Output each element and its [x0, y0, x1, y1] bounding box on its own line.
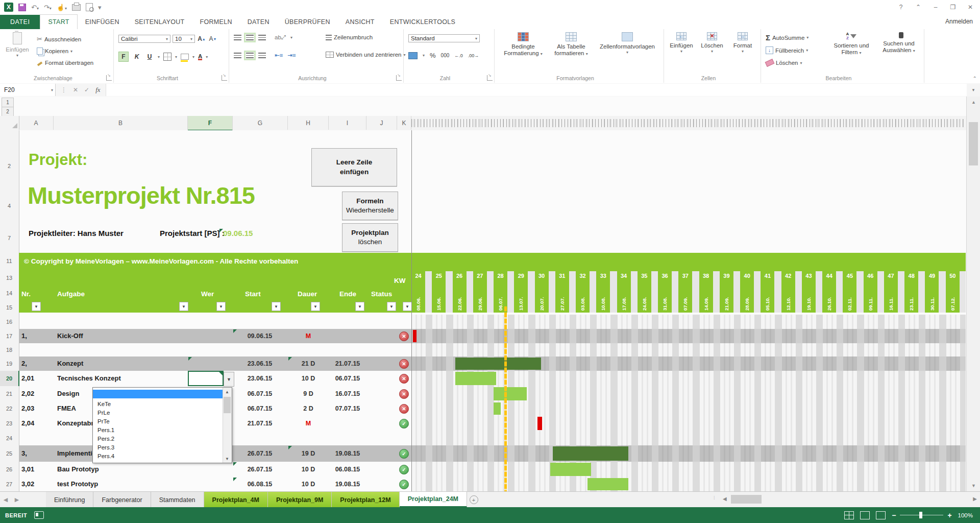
fill-button[interactable]: ↓Füllbereich▾: [766, 46, 808, 54]
borders-icon[interactable]: [163, 53, 172, 61]
filter-button-I[interactable]: ▼: [355, 302, 364, 311]
grow-font-icon[interactable]: A▲: [197, 34, 206, 43]
filter-button-F[interactable]: ▼: [216, 302, 226, 311]
tab-daten[interactable]: DATEN: [240, 15, 277, 29]
dropdown-item-selected-blank[interactable]: [93, 390, 223, 398]
zoom-out-icon[interactable]: −: [892, 511, 896, 519]
format-cells-button[interactable]: ↔ Format▾: [728, 32, 757, 54]
gantt-bar-row-23-milestone[interactable]: [537, 417, 542, 430]
align-middle-icon[interactable]: [246, 35, 254, 40]
row-header-13[interactable]: 13: [0, 269, 18, 286]
restore-formulas-button[interactable]: FormelnWiederherstelle: [342, 192, 398, 220]
row-header-19[interactable]: 19: [0, 356, 18, 371]
scroll-left-icon[interactable]: ◀: [723, 496, 727, 502]
merge-center-button[interactable]: Verbinden und zentrieren▾: [326, 52, 406, 58]
autosum-button[interactable]: ΣAutoSumme▾: [766, 33, 808, 42]
gantt-bar-row-20-light[interactable]: [455, 372, 496, 385]
underline-button[interactable]: U: [145, 52, 154, 61]
scroll-up-icon[interactable]: ▲: [967, 100, 980, 105]
filter-button-K[interactable]: ▼: [403, 302, 412, 311]
zoom-in-icon[interactable]: +: [947, 511, 951, 519]
align-bottom-icon[interactable]: [258, 35, 266, 40]
tab-formeln[interactable]: FORMELN: [192, 15, 240, 29]
clear-button[interactable]: Löschen▾: [766, 60, 802, 66]
vertical-scroll-thumb[interactable]: [969, 122, 978, 165]
undo-icon[interactable]: ↶▾: [31, 4, 39, 11]
column-header-F[interactable]: F: [188, 116, 233, 131]
row-header-22[interactable]: 22: [0, 401, 18, 416]
outline-level-1-button[interactable]: 1: [2, 98, 14, 107]
gantt-bar-row-22-light[interactable]: [494, 402, 501, 415]
paste-button[interactable]: Einfügen▾: [3, 32, 32, 58]
page-layout-view-icon[interactable]: [860, 511, 870, 519]
dropdown-scroll-thumb[interactable]: [224, 397, 231, 413]
formula-input[interactable]: [106, 84, 967, 96]
column-header-A[interactable]: A: [19, 116, 54, 130]
column-header-J[interactable]: J: [366, 116, 397, 130]
selected-cell-F20[interactable]: [188, 371, 224, 386]
cut-button[interactable]: ✂Ausschneiden: [37, 35, 81, 43]
row-header-14[interactable]: 14: [0, 286, 18, 300]
align-right-icon[interactable]: [258, 53, 266, 58]
page-break-view-icon[interactable]: [876, 511, 886, 519]
insert-blank-row-button[interactable]: Leere Zeileeinfügen: [311, 148, 397, 186]
tab-split-handle[interactable]: ⁞: [714, 495, 716, 501]
tab-einfügen[interactable]: EINFÜGEN: [78, 15, 127, 29]
row-header-11[interactable]: 11: [0, 252, 18, 269]
print-preview-icon[interactable]: [86, 3, 93, 11]
insert-function-icon[interactable]: fx: [95, 86, 100, 94]
horizontal-scroll-thumb[interactable]: [731, 495, 762, 504]
ribbon-display-icon[interactable]: ⌃: [911, 1, 926, 13]
scroll-down-icon[interactable]: ▼: [223, 455, 231, 463]
accounting-icon[interactable]: [408, 52, 418, 59]
copy-button[interactable]: Kopieren ▾: [37, 47, 72, 55]
gantt-bar-row-21-light[interactable]: [494, 387, 527, 400]
dropdown-item-Pers.1[interactable]: Pers.1: [93, 425, 223, 434]
row-header-27[interactable]: 27: [0, 477, 18, 491]
outline-level-2-button[interactable]: 2: [2, 107, 14, 116]
collapse-ribbon-icon[interactable]: ⌃: [973, 76, 977, 81]
sheet-nav-left-icon[interactable]: ◀: [0, 492, 11, 508]
dropdown-item-Pers.3[interactable]: Pers.3: [93, 443, 223, 451]
find-select-button[interactable]: Suchen undAuswählen ▾: [877, 32, 921, 54]
font-color-icon[interactable]: A: [198, 53, 202, 60]
zoom-slider-thumb[interactable]: [919, 512, 922, 518]
sheet-tab-Projektplan_24M[interactable]: Projektplan_24M: [400, 492, 467, 508]
touch-mode-icon[interactable]: ☝▾: [57, 4, 67, 11]
gantt-bar-row-25-dark[interactable]: [553, 446, 628, 461]
sort-filter-button[interactable]: AZ Sortieren undFiltern ▾: [827, 32, 876, 56]
sheet-tab-Einführung[interactable]: Einführung: [46, 492, 93, 508]
column-header-G[interactable]: G: [233, 116, 288, 130]
normal-view-icon[interactable]: [844, 511, 854, 519]
scroll-right-icon[interactable]: ▶: [973, 496, 977, 502]
sheet-tab-Stammdaten[interactable]: Stammdaten: [151, 492, 204, 508]
align-left-icon[interactable]: [234, 53, 241, 58]
dropdown-item-Pers.4[interactable]: Pers.4: [93, 451, 223, 460]
column-header-I[interactable]: I: [329, 116, 366, 130]
gantt-bar-row-17-milestone[interactable]: [413, 330, 416, 342]
alignment-dialog-launcher-icon[interactable]: [396, 75, 402, 81]
row-header-2[interactable]: 2: [0, 146, 18, 186]
qat-customize-icon[interactable]: ▾: [98, 4, 102, 11]
sheet-tab-Farbgenerator[interactable]: Farbgenerator: [93, 492, 151, 508]
align-top-icon[interactable]: [234, 35, 241, 40]
increase-indent-icon[interactable]: ⇥≡: [287, 52, 296, 59]
close-icon[interactable]: ✕: [963, 1, 978, 13]
name-box[interactable]: F20▾: [0, 84, 56, 96]
tab-datei[interactable]: DATEI: [0, 15, 40, 29]
font-size-select[interactable]: 10▾: [173, 35, 195, 43]
zoom-slider[interactable]: [900, 515, 943, 515]
dropdown-item-PrTe[interactable]: PrTe: [93, 417, 223, 425]
wrap-text-button[interactable]: Zeilenumbruch: [326, 34, 373, 40]
gantt-bar-row-27-light[interactable]: [587, 478, 628, 490]
excel-logo-icon[interactable]: X: [4, 3, 13, 12]
row-header-4[interactable]: 4: [0, 186, 18, 225]
tab-start[interactable]: START: [40, 14, 77, 29]
decrease-indent-icon[interactable]: ⇤≡: [275, 52, 283, 59]
column-header-K[interactable]: K: [397, 116, 411, 130]
format-painter-button[interactable]: Format übertragen: [37, 60, 93, 66]
orientation-icon[interactable]: ab⤢: [275, 34, 286, 41]
row-header-21[interactable]: 21: [0, 386, 18, 401]
cell-styles-button[interactable]: Zellenformatvorlagen▾: [594, 32, 660, 55]
insert-cells-button[interactable]: ← Einfügen▾: [667, 32, 696, 54]
